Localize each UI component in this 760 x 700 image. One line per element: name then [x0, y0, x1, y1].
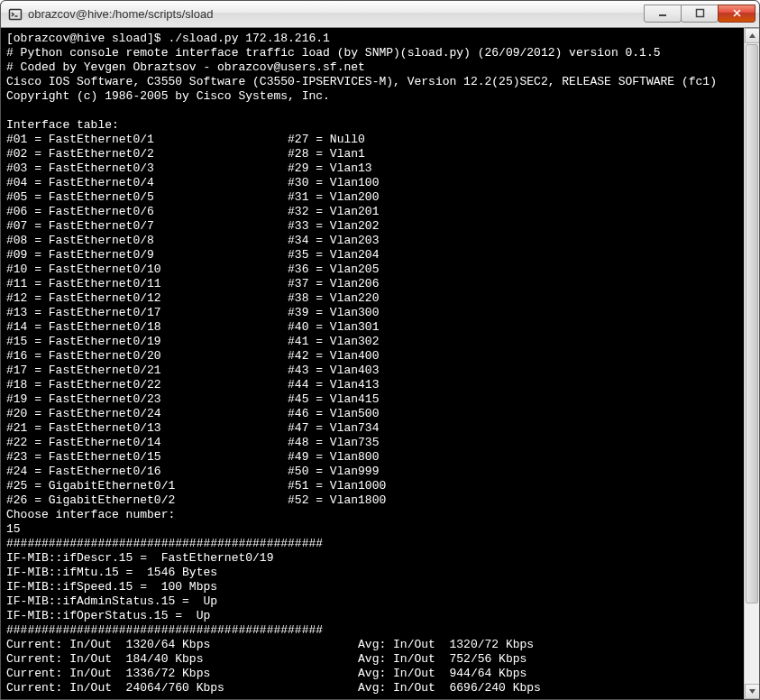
- maximize-button[interactable]: [681, 5, 719, 23]
- scroll-up-button[interactable]: [745, 28, 760, 43]
- scroll-down-button[interactable]: [745, 684, 760, 699]
- svg-rect-1: [659, 14, 666, 16]
- svg-rect-2: [696, 10, 703, 17]
- minimize-button[interactable]: [644, 5, 682, 23]
- close-button[interactable]: [718, 5, 755, 23]
- scrollbar-vertical[interactable]: [744, 28, 759, 699]
- scroll-thumb[interactable]: [746, 44, 758, 603]
- terminal-output[interactable]: [obrazcov@hive sload]$ ./sload.py 172.18…: [1, 28, 759, 699]
- app-window: obrazcov@hive:/home/scripts/sload [obraz…: [0, 0, 760, 700]
- window-title: obrazcov@hive:/home/scripts/sload: [28, 7, 645, 21]
- terminal-area: [obrazcov@hive sload]$ ./sload.py 172.18…: [1, 28, 759, 699]
- terminal-icon: [8, 7, 23, 22]
- title-bar[interactable]: obrazcov@hive:/home/scripts/sload: [1, 1, 759, 28]
- svg-rect-0: [10, 9, 22, 19]
- window-controls: [645, 6, 755, 23]
